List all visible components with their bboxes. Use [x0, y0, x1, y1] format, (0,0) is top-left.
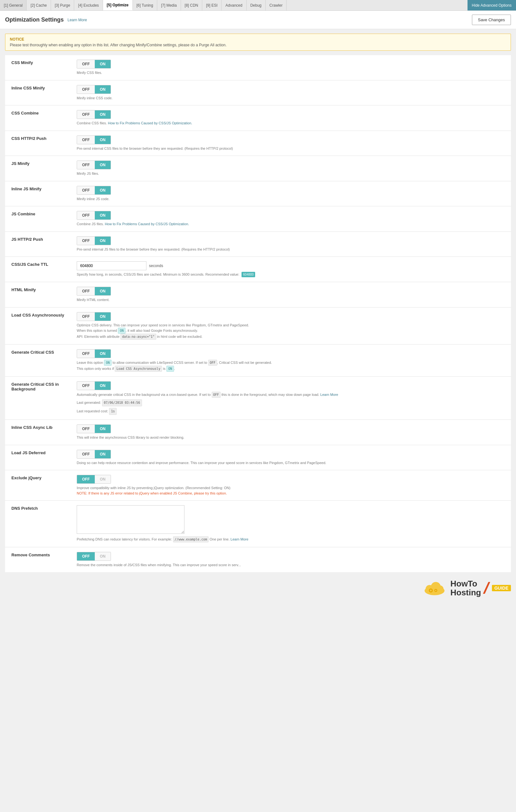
css-combine-toggle[interactable]: OFF ON [77, 110, 111, 119]
html-minify-toggle[interactable]: OFF ON [77, 287, 111, 296]
on-badge-1: ON [118, 328, 125, 334]
remove-comments-on[interactable]: ON [95, 552, 111, 560]
save-changes-button[interactable]: Save Changes [472, 14, 511, 25]
watermark-hosting: Hosting [450, 588, 481, 597]
dns-prefetch-link[interactable]: Learn More [231, 537, 248, 541]
css-http2-push-off[interactable]: OFF [77, 136, 95, 144]
load-css-async-off[interactable]: OFF [77, 313, 95, 321]
inline-js-minify-row: Inline JS Minify OFF ON Minify inline JS… [5, 181, 511, 206]
top-navigation: [1] General [2] Cache [3] Purge [4] Excl… [0, 0, 516, 11]
tab-cache[interactable]: [2] Cache [27, 0, 51, 10]
html-minify-row: HTML Minify OFF ON Minify HTML content. [5, 282, 511, 307]
inline-js-minify-toggle[interactable]: OFF ON [77, 186, 111, 195]
css-combine-label: CSS Combine [10, 110, 73, 115]
inline-css-async-lib-on[interactable]: ON [95, 425, 111, 433]
last-generated-info: Last generated: 07/06/2018 03:44:56 [77, 399, 506, 406]
load-css-async-on[interactable]: ON [95, 313, 111, 321]
tab-tuning[interactable]: [6] Tuning [133, 0, 157, 10]
gen-critical-css-off[interactable]: OFF [77, 350, 95, 358]
inline-css-minify-off[interactable]: OFF [77, 85, 95, 93]
inline-css-minify-toggle[interactable]: OFF ON [77, 85, 111, 94]
inline-js-minify-on[interactable]: ON [95, 186, 111, 195]
tab-optimize[interactable]: [5] Optimize [103, 0, 133, 10]
inline-css-async-lib-section: Inline CSS Async Lib OFF ON This will in… [5, 420, 511, 445]
gen-critical-css-bg-on[interactable]: ON [95, 382, 111, 390]
inline-css-minify-desc: Minify inline CSS code. [77, 95, 506, 101]
load-js-deferred-off[interactable]: OFF [77, 450, 95, 458]
dns-example-badge: //www.example.com [173, 536, 209, 542]
gen-critical-css-bg-toggle[interactable]: OFF ON [77, 381, 111, 390]
hide-advanced-button[interactable]: Hide Advanced Options [467, 0, 516, 10]
css-http2-push-on[interactable]: ON [95, 136, 111, 144]
inline-css-minify-on[interactable]: ON [95, 85, 111, 93]
exclude-jquery-content: OFF ON Improve compatibility with inline… [73, 475, 506, 496]
tab-cdn[interactable]: [8] CDN [181, 0, 203, 10]
data-no-async-badge: data-no-async="1" [120, 334, 156, 340]
inline-css-async-lib-content: OFF ON This will inline the asynchronous… [73, 425, 506, 440]
load-css-async-label: Load CSS Asynchronously [10, 312, 73, 318]
tab-esi[interactable]: [9] ESI [202, 0, 221, 10]
inline-css-async-lib-toggle[interactable]: OFF ON [77, 425, 111, 433]
js-minify-toggle[interactable]: OFF ON [77, 161, 111, 169]
inline-js-minify-off[interactable]: OFF [77, 186, 95, 195]
css-http2-push-desc: Pre-send internal CSS files to the brows… [77, 146, 506, 151]
inline-css-async-lib-desc: This will inline the asynchronous CSS li… [77, 435, 506, 440]
cssjs-cache-ttl-row: CSS/JS Cache TTL seconds Specify how lon… [5, 257, 511, 282]
load-js-deferred-toggle[interactable]: OFF ON [77, 450, 111, 459]
remove-comments-toggle[interactable]: OFF ON [77, 552, 111, 561]
inline-js-minify-content: OFF ON Minify inline JS code. [73, 186, 506, 202]
js-combine-link[interactable]: How to Fix Problems Caused by CSS/JS Opt… [105, 222, 189, 226]
js-http2-push-off[interactable]: OFF [77, 237, 95, 245]
css-combine-off[interactable]: OFF [77, 110, 95, 119]
js-combine-toggle[interactable]: OFF ON [77, 211, 111, 220]
css-http2-push-toggle[interactable]: OFF ON [77, 136, 111, 144]
load-css-async-desc: Optimize CSS delivery. This can improve … [77, 323, 506, 340]
gen-critical-css-desc: Leave this option ON to allow communicat… [77, 360, 506, 372]
js-http2-push-section: JS HTTP/2 Push OFF ON Pre-send internal … [5, 232, 511, 257]
inline-js-minify-label: Inline JS Minify [10, 186, 73, 191]
last-cost-badge: 1s [109, 408, 117, 415]
html-minify-on[interactable]: ON [95, 287, 111, 295]
css-combine-link[interactable]: How to Fix Problems Caused by CSS/JS Opt… [108, 121, 192, 125]
inline-js-minify-section: Inline JS Minify OFF ON Minify inline JS… [5, 181, 511, 206]
off-badge-2: OFF [212, 392, 221, 398]
exclude-jquery-toggle[interactable]: OFF ON [77, 475, 111, 484]
tab-crawler[interactable]: Crawler [266, 0, 286, 10]
js-combine-row: JS Combine OFF ON Combine JS files. How … [5, 206, 511, 231]
js-minify-off[interactable]: OFF [77, 161, 95, 169]
cssjs-cache-ttl-input[interactable] [77, 261, 146, 270]
learn-more-link[interactable]: Learn More [67, 18, 87, 22]
tab-excludes[interactable]: [4] Excludes [74, 0, 103, 10]
js-combine-on[interactable]: ON [95, 211, 111, 220]
gen-critical-css-bg-link[interactable]: Learn More [321, 393, 338, 397]
css-http2-push-content: OFF ON Pre-send internal CSS files to th… [73, 136, 506, 151]
tab-general[interactable]: [1] General [0, 0, 27, 10]
dns-prefetch-content: Prefetching DNS can reduce latency for v… [73, 505, 506, 542]
tab-debug[interactable]: Debug [247, 0, 266, 10]
css-minify-toggle[interactable]: OFF ON [77, 60, 111, 68]
js-http2-push-toggle[interactable]: OFF ON [77, 236, 111, 245]
css-minify-off[interactable]: OFF [77, 60, 95, 68]
gen-critical-css-bg-off[interactable]: OFF [77, 382, 95, 390]
css-minify-on[interactable]: ON [95, 60, 111, 68]
gen-critical-css-on[interactable]: ON [95, 350, 111, 358]
tab-advanced[interactable]: Advanced [221, 0, 246, 10]
exclude-jquery-off[interactable]: OFF [77, 475, 95, 484]
tab-media[interactable]: [7] Media [157, 0, 181, 10]
exclude-jquery-on[interactable]: ON [95, 475, 111, 484]
js-minify-label: JS Minify [10, 161, 73, 166]
dns-prefetch-textarea[interactable] [77, 505, 184, 534]
on-badge-2: ON [104, 360, 112, 366]
js-http2-push-on[interactable]: ON [95, 237, 111, 245]
load-js-deferred-on[interactable]: ON [95, 450, 111, 458]
css-combine-on[interactable]: ON [95, 110, 111, 119]
remove-comments-off[interactable]: OFF [77, 552, 95, 560]
js-minify-on[interactable]: ON [95, 161, 111, 169]
watermark-howto: HowTo [450, 579, 477, 588]
html-minify-off[interactable]: OFF [77, 287, 95, 295]
tab-purge[interactable]: [3] Purge [51, 0, 74, 10]
js-combine-off[interactable]: OFF [77, 211, 95, 220]
load-css-async-toggle[interactable]: OFF ON [77, 312, 111, 321]
inline-css-async-lib-off[interactable]: OFF [77, 425, 95, 433]
gen-critical-css-toggle[interactable]: OFF ON [77, 349, 111, 358]
